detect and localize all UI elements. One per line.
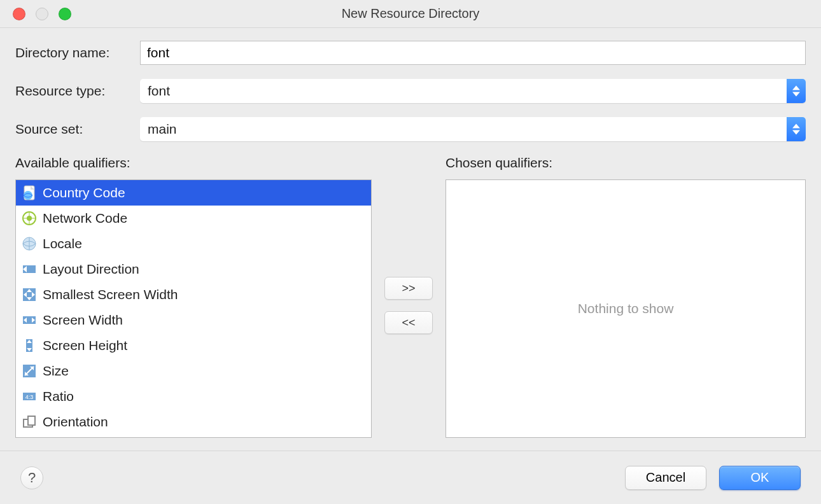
width-icon — [21, 312, 38, 328]
svg-marker-3 — [792, 130, 800, 134]
height-icon — [21, 337, 38, 354]
chosen-empty-text: Nothing to show — [446, 180, 805, 437]
chosen-qualifiers-list[interactable]: Nothing to show — [446, 179, 806, 438]
chosen-qualifiers-label: Chosen qualifiers: — [446, 155, 806, 171]
expand-icon — [21, 286, 38, 303]
svg-marker-0 — [792, 85, 800, 90]
stepper-icon — [787, 79, 806, 103]
qualifier-item-label: Layout Direction — [43, 262, 139, 277]
ok-button[interactable]: OK — [719, 466, 801, 490]
ratio-icon: 4:3 — [21, 388, 38, 405]
qualifier-item-label: Network Code — [43, 211, 127, 226]
qualifier-item-label: Size — [43, 363, 69, 379]
resource-type-select[interactable]: font — [140, 79, 806, 103]
globe-icon — [21, 235, 38, 252]
svg-point-5 — [24, 191, 32, 200]
qualifier-item[interactable]: Size — [16, 358, 371, 384]
resource-type-value: font — [140, 79, 787, 103]
qualifier-item[interactable]: Layout Direction — [16, 256, 371, 282]
qualifier-item[interactable]: Smallest Screen Width — [16, 282, 371, 307]
qualifier-item[interactable]: Network Code — [16, 206, 371, 231]
qualifier-item-label: Screen Height — [43, 338, 127, 353]
titlebar: New Resource Directory — [0, 0, 821, 28]
qualifier-item-label: Country Code — [43, 185, 125, 200]
qualifier-item[interactable]: Locale — [16, 231, 371, 256]
available-qualifiers-label: Available qualifiers: — [15, 155, 372, 171]
qualifier-item-label: Locale — [43, 236, 82, 251]
qualifier-item-label: Screen Width — [43, 312, 123, 328]
cancel-button[interactable]: Cancel — [625, 466, 706, 490]
qualifier-item[interactable]: Orientation — [16, 409, 371, 435]
qualifier-item[interactable]: Screen Height — [16, 333, 371, 358]
svg-marker-2 — [792, 123, 800, 128]
window-title: New Resource Directory — [0, 6, 821, 21]
source-set-select[interactable]: main — [140, 117, 806, 141]
direction-icon — [21, 261, 38, 277]
move-left-button[interactable]: << — [384, 311, 433, 334]
available-qualifiers-list[interactable]: Country CodeNetwork CodeLocaleLayout Dir… — [15, 179, 372, 438]
move-right-button[interactable]: >> — [384, 277, 433, 300]
network-icon — [21, 210, 38, 227]
svg-rect-29 — [28, 416, 35, 425]
source-set-value: main — [140, 117, 787, 141]
qualifier-item[interactable]: Country Code — [16, 180, 371, 206]
qualifier-item-label: Smallest Screen Width — [43, 287, 178, 302]
globe-page-icon — [21, 185, 38, 201]
orientation-icon — [21, 414, 38, 430]
qualifier-item[interactable]: 4:3Ratio — [16, 384, 371, 409]
qualifier-item[interactable]: Screen Width — [16, 307, 371, 333]
svg-text:4:3: 4:3 — [25, 394, 34, 400]
directory-name-label: Directory name: — [15, 45, 140, 60]
svg-marker-1 — [792, 92, 800, 96]
dialog-content: Directory name: Resource type: font Sour… — [0, 28, 821, 438]
help-button[interactable]: ? — [20, 466, 43, 489]
resource-type-label: Resource type: — [15, 83, 140, 99]
dialog-footer: ? Cancel OK — [0, 451, 821, 504]
stepper-icon — [787, 117, 806, 141]
size-icon — [21, 363, 38, 379]
qualifier-item-label: Orientation — [43, 414, 108, 430]
directory-name-input[interactable] — [140, 41, 806, 65]
source-set-label: Source set: — [15, 122, 140, 137]
qualifier-item-label: Ratio — [43, 389, 74, 404]
